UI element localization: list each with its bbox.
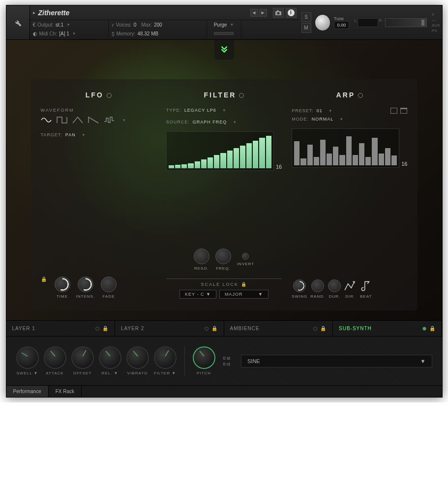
arp-step-bar[interactable]	[359, 143, 364, 166]
mode-value[interactable]: NORMAL	[312, 117, 334, 122]
midi-value[interactable]: [A] 1	[59, 31, 69, 36]
offset-knob[interactable]	[71, 346, 94, 369]
collapse-button[interactable]	[214, 40, 234, 60]
dropdown-icon[interactable]: ▼	[122, 118, 126, 123]
max-value[interactable]: 200	[154, 22, 162, 28]
minimize-button[interactable]: —	[432, 18, 440, 22]
dropdown-icon[interactable]: ▼	[329, 109, 333, 113]
beat-icon[interactable]	[359, 279, 372, 292]
filter-step-bar[interactable]	[208, 157, 213, 168]
filter-step-bar[interactable]	[253, 141, 258, 168]
attack-knob[interactable]	[44, 346, 66, 369]
filter-step-bar[interactable]	[201, 159, 207, 168]
filter-step-bar[interactable]	[227, 151, 233, 168]
lfo-enable-toggle[interactable]	[107, 93, 112, 98]
scale-mode-select[interactable]: MAJOR ▼	[219, 290, 269, 299]
time-knob[interactable]	[55, 277, 70, 292]
swing-knob[interactable]	[293, 279, 306, 292]
filter-step-bar[interactable]	[240, 146, 245, 168]
pitch-knob[interactable]	[193, 346, 215, 369]
snapshot-button[interactable]	[273, 8, 284, 18]
triangle-wave-icon[interactable]	[72, 116, 83, 124]
filter-step-bar[interactable]	[234, 148, 239, 168]
filter-enable-toggle[interactable]	[239, 93, 244, 98]
filter-step-bar[interactable]	[246, 143, 252, 168]
reso-knob[interactable]	[194, 248, 209, 264]
lock-icon[interactable]: 🔒	[429, 326, 436, 331]
save-icon[interactable]	[390, 108, 397, 114]
target-value[interactable]: PAN	[65, 132, 76, 137]
arp-step-bar[interactable]	[385, 148, 390, 165]
arp-step-bar[interactable]	[320, 140, 326, 166]
tune-knob[interactable]	[314, 14, 331, 31]
tune-value[interactable]: 0.00	[334, 21, 350, 29]
pan-control[interactable]	[358, 18, 378, 27]
fx-rack-tab[interactable]: FX Rack	[49, 386, 82, 397]
fade-knob[interactable]	[101, 277, 117, 292]
arp-step-bar[interactable]	[314, 157, 319, 166]
filter-step-bar[interactable]	[195, 161, 200, 168]
solo-button[interactable]: S	[301, 12, 311, 22]
release-knob[interactable]	[99, 346, 121, 369]
arp-step-bar[interactable]	[379, 154, 384, 166]
lock-icon[interactable]: 🔒	[102, 326, 109, 331]
filter-step-bar[interactable]	[175, 165, 180, 168]
vibrato-knob[interactable]	[126, 346, 149, 369]
settings-button[interactable]	[6, 5, 30, 39]
saw-wave-icon[interactable]	[88, 116, 99, 124]
waveform-selector[interactable]: ▼	[41, 116, 156, 124]
lock-icon[interactable]: 🔒	[211, 326, 218, 331]
arp-step-bar[interactable]	[346, 136, 352, 166]
filter-step-bar[interactable]	[220, 153, 226, 169]
arp-step-bar[interactable]	[327, 154, 332, 166]
lock-icon[interactable]: 🔒	[41, 277, 47, 299]
source-value[interactable]: GRAPH FREQ	[193, 120, 227, 124]
cents-value[interactable]: 0 ct	[223, 362, 231, 367]
dropdown-icon[interactable]: ▼	[82, 133, 86, 137]
dropdown-icon[interactable]: ▼	[233, 120, 237, 124]
volume-slider[interactable]	[385, 18, 427, 27]
arp-step-bar[interactable]	[294, 141, 299, 165]
sub-synth-tab[interactable]: SUB-SYNTH🔒	[333, 321, 442, 336]
dropdown-icon[interactable]: ▼	[72, 31, 76, 36]
close-button[interactable]: X	[432, 12, 440, 17]
swell-knob[interactable]	[16, 346, 39, 369]
lock-icon[interactable]: 🔒	[241, 282, 247, 287]
arp-graph[interactable]	[292, 128, 399, 168]
purge-button[interactable]: Purge	[214, 22, 227, 28]
filter-step-bar[interactable]	[188, 163, 193, 169]
scale-key-select[interactable]: KEY - C ▼	[179, 290, 216, 299]
output-value[interactable]: st.1	[56, 22, 63, 28]
pv-button[interactable]: PV	[432, 29, 440, 33]
arp-step-bar[interactable]	[372, 138, 377, 165]
semitone-value[interactable]: 0 st	[223, 356, 231, 361]
open-icon[interactable]	[400, 108, 407, 114]
prev-preset-button[interactable]: ◄	[250, 9, 258, 17]
layer-2-tab[interactable]: LAYER 2🔒	[115, 321, 224, 336]
filter-step-bar[interactable]	[169, 165, 174, 168]
arp-step-bar[interactable]	[391, 155, 397, 165]
arp-step-bar[interactable]	[339, 155, 345, 165]
rand-knob[interactable]	[311, 279, 324, 292]
filter-step-bar[interactable]	[181, 164, 187, 168]
filter-knob[interactable]	[154, 346, 177, 369]
dropdown-icon[interactable]: ▼	[66, 23, 70, 27]
ambience-tab[interactable]: AMBIENCE🔒	[224, 321, 333, 336]
expand-icon[interactable]: ▸	[33, 10, 35, 15]
arp-step-bar[interactable]	[353, 155, 358, 165]
dropdown-icon[interactable]: ▼	[230, 23, 234, 27]
dur-knob[interactable]	[328, 279, 341, 292]
filter-step-bar[interactable]	[214, 155, 219, 168]
oscillator-select[interactable]: SINE▼	[241, 355, 432, 368]
layer-1-tab[interactable]: LAYER 1🔒	[6, 321, 116, 336]
mute-button[interactable]: M	[301, 23, 311, 33]
square-wave-icon[interactable]	[57, 116, 67, 124]
arp-enable-toggle[interactable]	[358, 93, 363, 98]
arp-step-bar[interactable]	[365, 157, 371, 166]
info-button[interactable]: i	[286, 8, 297, 18]
arp-step-bar[interactable]	[307, 145, 313, 165]
intensity-knob[interactable]	[78, 277, 93, 292]
filter-step-bar[interactable]	[266, 136, 271, 169]
filter-graph[interactable]	[166, 131, 274, 171]
arp-step-bar[interactable]	[333, 147, 338, 166]
